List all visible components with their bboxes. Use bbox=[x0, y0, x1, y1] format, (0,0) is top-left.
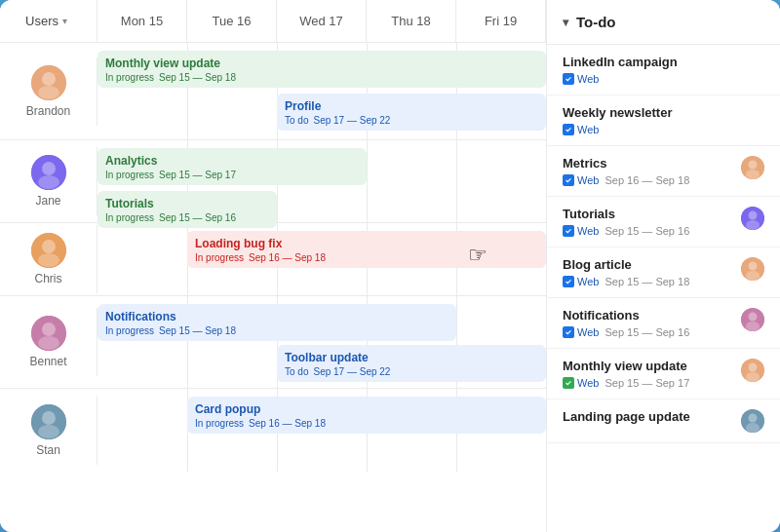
avatar-stan bbox=[31, 404, 66, 439]
todo-item-title: Monthly view update bbox=[563, 359, 735, 373]
task-status: To do bbox=[285, 115, 308, 126]
tag-web: Web bbox=[563, 326, 599, 338]
day-header-2[interactable]: Wed 17 bbox=[277, 0, 367, 43]
todo-item-dates: Sep 15 — Sep 17 bbox=[604, 377, 689, 389]
todo-item-tags: Web bbox=[563, 73, 764, 85]
task-status: In progress bbox=[105, 170, 154, 180]
user-name-bennet: Bennet bbox=[29, 355, 66, 368]
task-card-bennet-0[interactable]: NotificationsIn progressSep 15 — Sep 18 bbox=[98, 304, 456, 341]
header-row: Users ▾ Mon 15Tue 16Wed 17Thu 18Fri 19 bbox=[0, 0, 546, 43]
todo-item-left: Weekly newsletterWeb bbox=[563, 105, 764, 135]
sidebar: ▾ To-do LinkedIn campaignWebWeekly newsl… bbox=[546, 0, 780, 532]
svg-point-13 bbox=[42, 411, 56, 425]
todo-item-0[interactable]: LinkedIn campaignWeb bbox=[547, 45, 780, 95]
users-label: Users bbox=[25, 14, 58, 28]
sidebar-chevron-icon: ▾ bbox=[563, 16, 568, 29]
task-meta: In progressSep 15 — Sep 16 bbox=[105, 212, 269, 223]
todo-item-title: LinkedIn campaign bbox=[563, 55, 764, 69]
task-card-stan-0[interactable]: Card popupIn progressSep 16 — Sep 18 bbox=[187, 397, 546, 434]
user-row-jane: JaneAnalyticsIn progressSep 15 — Sep 17T… bbox=[0, 140, 546, 223]
tag-web-label: Web bbox=[577, 73, 599, 85]
todo-item-avatar bbox=[741, 207, 764, 230]
tag-checkbox bbox=[563, 73, 574, 85]
svg-point-14 bbox=[38, 425, 59, 438]
svg-point-29 bbox=[746, 372, 760, 382]
todo-item-title: Tutorials bbox=[563, 207, 735, 221]
svg-point-19 bbox=[749, 211, 758, 220]
svg-point-4 bbox=[42, 162, 56, 175]
user-name-jane: Jane bbox=[35, 194, 60, 208]
task-card-brandon-0[interactable]: Monthly view updateIn progressSep 15 — S… bbox=[98, 51, 546, 88]
tasks-area-stan: Card popupIn progressSep 16 — Sep 18 bbox=[98, 389, 546, 472]
todo-item-dates: Sep 15 — Sep 16 bbox=[604, 225, 689, 237]
task-dates: Sep 15 — Sep 18 bbox=[159, 72, 236, 83]
user-avatar-col-bennet: Bennet bbox=[0, 308, 98, 376]
todo-item-left: TutorialsWebSep 15 — Sep 16 bbox=[563, 207, 735, 237]
todo-item-title: Notifications bbox=[563, 308, 735, 323]
task-title: Card popup bbox=[195, 402, 538, 416]
todo-item-left: Monthly view updateWebSep 15 — Sep 17 bbox=[563, 359, 735, 389]
tasks-area-jane: AnalyticsIn progressSep 15 — Sep 17Tutor… bbox=[98, 140, 546, 222]
user-row-chris: ChrisLoading bug fixIn progressSep 16 — … bbox=[0, 223, 546, 296]
todo-item-avatar bbox=[741, 257, 764, 281]
todo-item-2[interactable]: MetricsWebSep 16 — Sep 18 bbox=[547, 146, 780, 197]
user-name-chris: Chris bbox=[34, 272, 61, 285]
day-header-1[interactable]: Tue 16 bbox=[187, 0, 277, 43]
svg-point-7 bbox=[42, 240, 56, 253]
task-title: Loading bug fix bbox=[195, 237, 538, 250]
todo-item-left: NotificationsWebSep 15 — Sep 16 bbox=[563, 308, 735, 338]
svg-point-23 bbox=[746, 271, 760, 281]
svg-point-2 bbox=[38, 86, 59, 99]
todo-item-7[interactable]: Landing page update bbox=[547, 399, 780, 443]
task-meta: In progressSep 16 — Sep 18 bbox=[195, 418, 538, 429]
todo-item-tags: WebSep 15 — Sep 18 bbox=[563, 276, 735, 287]
task-meta: In progressSep 15 — Sep 17 bbox=[105, 170, 359, 180]
svg-point-31 bbox=[749, 414, 758, 423]
tag-checkbox bbox=[563, 174, 574, 186]
task-meta: In progressSep 15 — Sep 18 bbox=[105, 72, 538, 83]
task-status: In progress bbox=[195, 418, 244, 429]
task-dates: Sep 17 — Sep 22 bbox=[313, 366, 390, 377]
todo-item-tags: WebSep 15 — Sep 16 bbox=[563, 326, 735, 338]
tag-web-label: Web bbox=[577, 377, 599, 389]
day-header-4[interactable]: Fri 19 bbox=[456, 0, 546, 43]
task-title: Toolbar update bbox=[285, 351, 538, 364]
todo-item-title: Blog article bbox=[563, 257, 735, 272]
todo-item-6[interactable]: Monthly view updateWebSep 15 — Sep 17 bbox=[547, 349, 780, 399]
todo-item-avatar bbox=[741, 308, 764, 331]
day-header-3[interactable]: Thu 18 bbox=[367, 0, 456, 43]
task-dates: Sep 16 — Sep 18 bbox=[249, 418, 326, 429]
todo-item-left: LinkedIn campaignWeb bbox=[563, 55, 764, 85]
user-avatar-col-chris: Chris bbox=[0, 225, 98, 293]
todo-item-avatar bbox=[741, 156, 764, 179]
svg-point-28 bbox=[749, 363, 758, 372]
task-dates: Sep 15 — Sep 18 bbox=[159, 325, 236, 336]
todo-item-left: MetricsWebSep 16 — Sep 18 bbox=[563, 156, 735, 186]
user-avatar-col-brandon: Brandon bbox=[0, 57, 98, 126]
users-column-header[interactable]: Users ▾ bbox=[0, 0, 98, 42]
task-card-jane-0[interactable]: AnalyticsIn progressSep 15 — Sep 17 bbox=[98, 148, 367, 185]
task-status: In progress bbox=[195, 252, 244, 263]
task-card-bennet-1[interactable]: Toolbar updateTo doSep 17 — Sep 22 bbox=[277, 345, 546, 382]
tag-web: Web bbox=[563, 276, 599, 287]
svg-point-10 bbox=[42, 323, 56, 336]
todo-label: To-do bbox=[576, 14, 616, 30]
tag-web: Web bbox=[563, 225, 599, 237]
tag-web-label: Web bbox=[577, 276, 599, 287]
tag-web-label: Web bbox=[577, 124, 599, 135]
task-status: In progress bbox=[105, 325, 154, 336]
avatar-bennet bbox=[31, 316, 66, 351]
user-avatar-col-jane: Jane bbox=[0, 147, 98, 215]
todo-item-4[interactable]: Blog articleWebSep 15 — Sep 18 bbox=[547, 247, 780, 298]
todo-item-5[interactable]: NotificationsWebSep 15 — Sep 16 bbox=[547, 298, 780, 349]
task-card-chris-0[interactable]: Loading bug fixIn progressSep 16 — Sep 1… bbox=[187, 231, 546, 268]
day-header-0[interactable]: Mon 15 bbox=[98, 0, 187, 43]
tasks-area-brandon: Monthly view updateIn progressSep 15 — S… bbox=[98, 43, 546, 139]
todo-item-tags: WebSep 15 — Sep 17 bbox=[563, 377, 735, 389]
todo-item-3[interactable]: TutorialsWebSep 15 — Sep 16 bbox=[547, 197, 780, 247]
todo-item-1[interactable]: Weekly newsletterWeb bbox=[547, 95, 780, 146]
task-meta: To doSep 17 — Sep 22 bbox=[285, 115, 538, 126]
todo-item-title: Metrics bbox=[563, 156, 735, 171]
svg-point-26 bbox=[746, 322, 760, 331]
task-card-brandon-1[interactable]: ProfileTo doSep 17 — Sep 22 bbox=[277, 94, 546, 131]
